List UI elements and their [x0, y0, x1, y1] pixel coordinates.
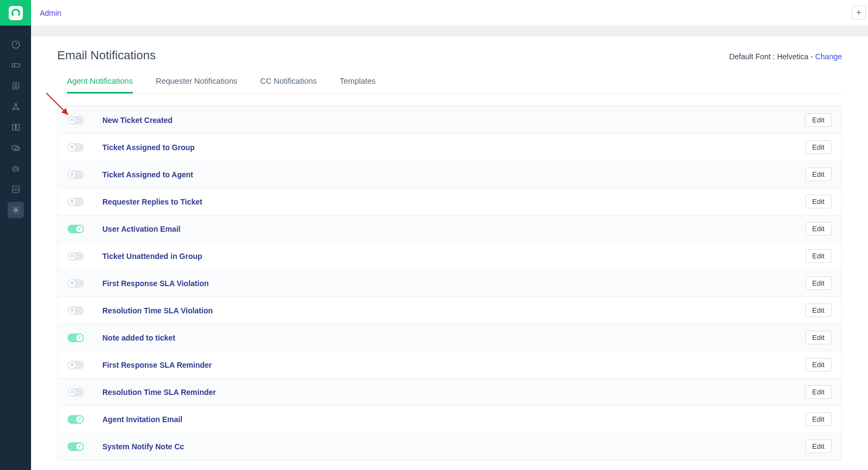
x-icon — [69, 280, 75, 287]
sidebar-item-bots[interactable] — [8, 160, 24, 177]
notification-label[interactable]: Requester Replies to Ticket — [102, 197, 202, 206]
edit-button[interactable]: Edit — [805, 249, 832, 263]
toggle[interactable] — [68, 306, 84, 315]
x-icon — [69, 144, 75, 151]
x-icon — [69, 199, 75, 205]
notification-row: New Ticket CreatedEdit — [58, 106, 841, 133]
svg-point-10 — [14, 169, 15, 170]
notification-row: Resolution Time SLA ViolationEdit — [58, 296, 841, 324]
edit-button[interactable]: Edit — [805, 385, 832, 399]
header-strip — [31, 26, 868, 36]
svg-rect-8 — [15, 147, 19, 151]
topbar: Admin — [31, 0, 868, 26]
sidebar-item-tickets[interactable] — [8, 57, 24, 73]
notification-label[interactable]: Agent Invitation Email — [102, 415, 182, 424]
edit-button[interactable]: Edit — [805, 276, 832, 290]
notification-label[interactable]: Ticket Assigned to Agent — [102, 170, 193, 179]
plus-icon — [855, 9, 863, 16]
notification-row: Ticket Unattended in GroupEdit — [58, 242, 841, 269]
toggle[interactable] — [68, 442, 84, 451]
ticket-icon — [11, 60, 21, 70]
sidebar — [0, 0, 31, 470]
content: Email Notifications Default Font : Helve… — [31, 36, 868, 470]
default-font-note: Default Font : Helvetica - Change — [729, 52, 842, 61]
edit-button[interactable]: Edit — [805, 168, 832, 181]
svg-point-4 — [13, 108, 14, 110]
default-font-sep: - — [809, 52, 815, 61]
notification-label[interactable]: User Activation Email — [102, 225, 180, 233]
notification-label[interactable]: Ticket Unattended in Group — [102, 252, 202, 261]
edit-button[interactable]: Edit — [805, 222, 832, 236]
x-icon — [69, 389, 75, 395]
app-logo[interactable] — [0, 0, 31, 26]
svg-point-13 — [14, 209, 17, 212]
notification-label[interactable]: First Response SLA Reminder — [102, 361, 212, 369]
page-title: Email Notifications — [57, 48, 156, 63]
svg-point-3 — [15, 84, 16, 86]
sidebar-item-forums[interactable] — [8, 140, 24, 156]
toggle[interactable] — [68, 197, 84, 206]
gear-icon — [11, 205, 21, 215]
notification-row: User Activation EmailEdit — [58, 215, 841, 242]
sidebar-nav — [8, 36, 24, 218]
logo-icon — [9, 6, 23, 20]
edit-button[interactable]: Edit — [805, 358, 832, 372]
change-font-link[interactable]: Change — [815, 52, 842, 61]
chat-icon — [11, 143, 21, 153]
toggle[interactable] — [68, 225, 84, 233]
edit-button[interactable]: Edit — [805, 304, 832, 317]
tabs: Agent NotificationsRequester Notificatio… — [67, 71, 842, 94]
tab-requester-notifications[interactable]: Requester Notifications — [156, 71, 237, 93]
check-icon — [76, 335, 83, 341]
toggle[interactable] — [68, 333, 84, 342]
toggle[interactable] — [68, 361, 84, 369]
notification-label[interactable]: Resolution Time SLA Violation — [102, 306, 213, 315]
notification-label[interactable]: Note added to ticket — [102, 333, 175, 342]
edit-button[interactable]: Edit — [805, 140, 832, 154]
main: Admin Email Notifications Default Font :… — [31, 0, 868, 470]
sidebar-item-contacts[interactable] — [8, 78, 24, 94]
notification-label[interactable]: System Notify Note Cc — [102, 442, 184, 451]
notification-row: Agent Invitation EmailEdit — [58, 405, 841, 432]
edit-button[interactable]: Edit — [805, 195, 832, 208]
notification-row: System Notify Note CcEdit — [58, 432, 841, 460]
toggle[interactable] — [68, 116, 84, 125]
edit-button[interactable]: Edit — [805, 113, 832, 127]
svg-rect-1 — [12, 64, 20, 67]
edit-button[interactable]: Edit — [805, 412, 832, 426]
toggle[interactable] — [68, 415, 84, 424]
check-icon — [76, 443, 83, 450]
notification-label[interactable]: First Response SLA Violation — [102, 279, 209, 288]
sidebar-item-admin[interactable] — [8, 202, 24, 218]
notification-label[interactable]: Resolution Time SLA Reminder — [102, 388, 216, 397]
default-font-label: Default Font : — [729, 52, 777, 61]
notification-row: Resolution Time SLA ReminderEdit — [58, 378, 841, 405]
new-ticket-button[interactable] — [852, 5, 866, 20]
svg-point-11 — [16, 169, 17, 170]
sidebar-item-reports[interactable] — [8, 181, 24, 197]
book-icon — [11, 122, 21, 132]
edit-button[interactable]: Edit — [805, 331, 832, 344]
toggle[interactable] — [68, 252, 84, 261]
toggle[interactable] — [68, 170, 84, 179]
x-icon — [69, 307, 75, 314]
sidebar-item-solutions[interactable] — [8, 119, 24, 135]
tab-cc-notifications[interactable]: CC Notifications — [260, 71, 317, 93]
default-font-value: Helvetica — [777, 52, 809, 61]
toggle[interactable] — [68, 388, 84, 397]
notification-label[interactable]: New Ticket Created — [102, 116, 173, 125]
notification-label[interactable]: Ticket Assigned to Group — [102, 143, 195, 152]
breadcrumb[interactable]: Admin — [40, 9, 62, 17]
tab-templates[interactable]: Templates — [340, 71, 376, 93]
edit-button[interactable]: Edit — [805, 440, 832, 453]
toggle[interactable] — [68, 143, 84, 152]
tab-agent-notifications[interactable]: Agent Notifications — [67, 71, 133, 94]
toggle[interactable] — [68, 279, 84, 288]
notification-row: First Response SLA ReminderEdit — [58, 351, 841, 378]
svg-point-5 — [17, 108, 19, 110]
sidebar-item-social[interactable] — [8, 98, 24, 115]
chart-icon — [11, 184, 21, 194]
sidebar-item-dashboard[interactable] — [8, 36, 24, 53]
nodes-icon — [11, 102, 21, 112]
gauge-icon — [11, 40, 21, 50]
